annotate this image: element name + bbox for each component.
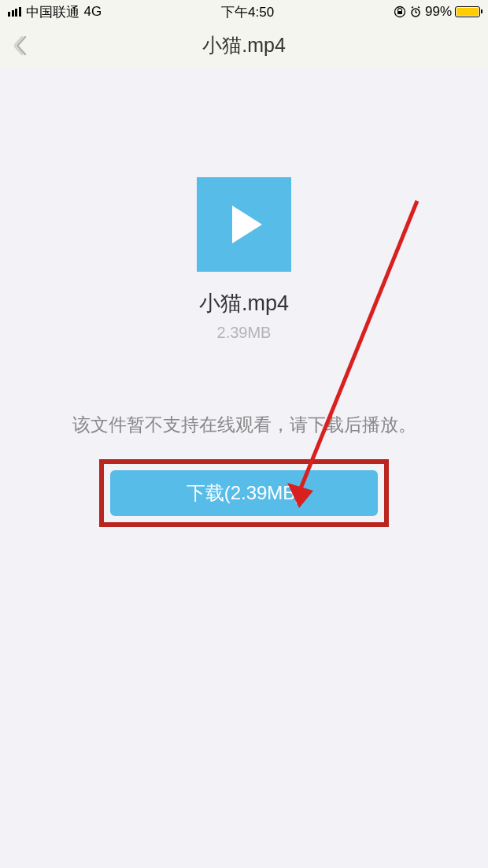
- status-left: 中国联通 4G: [8, 3, 102, 21]
- battery-icon: [455, 6, 480, 17]
- header: 小猫.mp4: [0, 24, 488, 67]
- svg-line-6: [418, 7, 420, 9]
- status-time: 下午4:50: [221, 3, 274, 21]
- status-right: 99%: [394, 4, 480, 20]
- svg-rect-1: [397, 11, 402, 14]
- svg-line-5: [412, 7, 413, 9]
- hint-text: 该文件暂不支持在线观看，请下载后播放。: [72, 413, 416, 437]
- carrier-label: 中国联通: [26, 3, 79, 21]
- signal-icon: [8, 7, 21, 17]
- file-size: 2.39MB: [217, 324, 272, 342]
- network-label: 4G: [84, 4, 102, 20]
- file-video-icon: [197, 177, 291, 272]
- page-title: 小猫.mp4: [0, 32, 488, 58]
- svg-line-7: [299, 201, 417, 492]
- lock-rotation-icon: [394, 6, 406, 18]
- play-icon: [232, 206, 262, 243]
- download-button[interactable]: 下载(2.39MB): [110, 470, 378, 516]
- chevron-left-icon: [14, 35, 28, 57]
- back-button[interactable]: [9, 34, 33, 57]
- battery-percent: 99%: [425, 4, 452, 20]
- file-name: 小猫.mp4: [199, 289, 289, 317]
- alarm-icon: [409, 6, 422, 18]
- download-highlight-box: 下载(2.39MB): [99, 459, 389, 527]
- status-bar: 中国联通 4G 下午4:50 99%: [0, 0, 488, 24]
- content: 小猫.mp4 2.39MB 该文件暂不支持在线观看，请下载后播放。 下载(2.3…: [0, 67, 488, 868]
